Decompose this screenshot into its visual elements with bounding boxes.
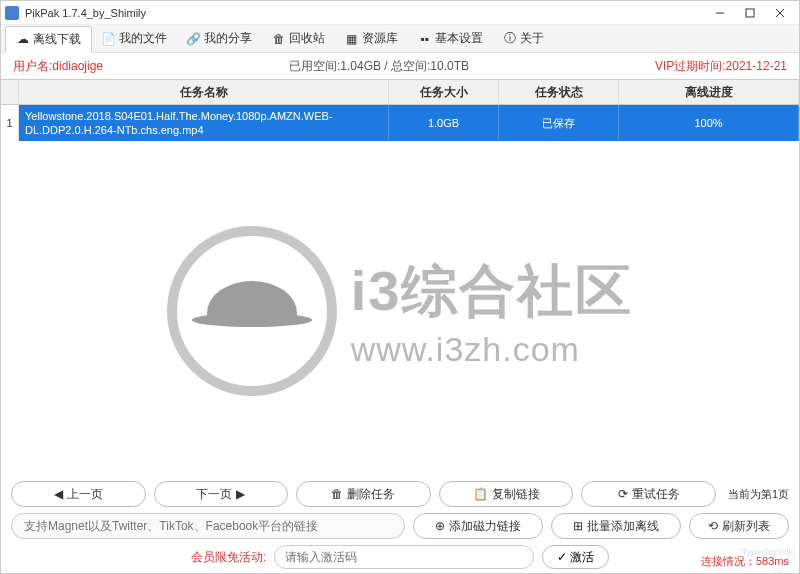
share-icon: 🔗 <box>187 32 200 45</box>
btn-label: 激活 <box>570 549 594 566</box>
titlebar: PikPak 1.7.4_by_Shimily <box>1 1 799 25</box>
delete-task-button[interactable]: 🗑 删除任务 <box>296 481 431 507</box>
info-icon: ⓘ <box>503 32 516 45</box>
watermark: i3综合社区 www.i3zh.com <box>167 226 634 396</box>
file-icon: 📄 <box>102 32 115 45</box>
row-task-name: Yellowstone.2018.S04E01.Half.The.Money.1… <box>19 105 389 141</box>
vip-expiry-label: VIP过期时间:2021-12-21 <box>655 58 787 75</box>
hat-icon <box>207 281 297 321</box>
col-task-size: 任务大小 <box>389 80 499 104</box>
table-header: 任务名称 任务大小 任务状态 离线进度 <box>1 79 799 105</box>
row-task-size: 1.0GB <box>389 105 499 141</box>
content-area: i3综合社区 www.i3zh.com <box>1 141 799 481</box>
activate-label: 会员限免活动: <box>191 549 266 566</box>
add-magnet-button[interactable]: ⊕ 添加磁力链接 <box>413 513 543 539</box>
row-task-status: 已保存 <box>499 105 619 141</box>
svg-rect-1 <box>746 9 754 17</box>
btn-label: 刷新列表 <box>722 518 770 535</box>
arrow-right-icon: ▶ <box>236 487 245 501</box>
activation-code-input[interactable] <box>274 545 534 569</box>
retry-task-button[interactable]: ⟳ 重试任务 <box>581 481 716 507</box>
row-progress: 100% <box>619 105 799 141</box>
tab-label: 资源库 <box>362 30 398 47</box>
tab-label: 离线下载 <box>33 31 81 48</box>
tab-label: 关于 <box>520 30 544 47</box>
watermark-logo <box>167 226 337 396</box>
library-icon: ▦ <box>345 32 358 45</box>
tab-label: 回收站 <box>289 30 325 47</box>
table-row[interactable]: 1 Yellowstone.2018.S04E01.Half.The.Money… <box>1 105 799 141</box>
toolbar-tabs: ☁ 离线下载 📄 我的文件 🔗 我的分享 🗑 回收站 ▦ 资源库 ▪▪ 基本设置… <box>1 25 799 53</box>
btn-label: 添加磁力链接 <box>449 518 521 535</box>
prev-page-button[interactable]: ◀ 上一页 <box>11 481 146 507</box>
activate-button[interactable]: ✓ 激活 <box>542 545 609 569</box>
btn-label: 删除任务 <box>347 486 395 503</box>
close-button[interactable] <box>765 2 795 24</box>
col-index <box>1 80 19 104</box>
btn-label: 下一页 <box>196 486 232 503</box>
tab-label: 我的分享 <box>204 30 252 47</box>
col-offline-progress: 离线进度 <box>619 80 799 104</box>
minimize-button[interactable] <box>705 2 735 24</box>
window-title: PikPak 1.7.4_by_Shimily <box>25 7 705 19</box>
tab-recycle-bin[interactable]: 🗑 回收站 <box>262 26 335 51</box>
trash-icon: 🗑 <box>331 487 343 501</box>
btn-label: 上一页 <box>67 486 103 503</box>
col-task-name: 任务名称 <box>19 80 389 104</box>
link-input-row: ⊕ 添加磁力链接 ⊞ 批量添加离线 ⟲ 刷新列表 <box>11 513 789 539</box>
watermark-url: www.i3zh.com <box>351 330 634 369</box>
tab-about[interactable]: ⓘ 关于 <box>493 26 554 51</box>
next-page-button[interactable]: 下一页 ▶ <box>154 481 289 507</box>
refresh-icon: ⟲ <box>708 519 718 533</box>
tab-label: 基本设置 <box>435 30 483 47</box>
refresh-list-button[interactable]: ⟲ 刷新列表 <box>689 513 789 539</box>
copy-link-button[interactable]: 📋 复制链接 <box>439 481 574 507</box>
footer-watermark: Typecho.Wiki <box>741 547 795 557</box>
row-index: 1 <box>1 105 19 141</box>
btn-label: 复制链接 <box>492 486 540 503</box>
nav-button-row: ◀ 上一页 下一页 ▶ 🗑 删除任务 📋 复制链接 ⟳ 重试任务 当前为第1页 <box>11 481 789 507</box>
tab-offline-download[interactable]: ☁ 离线下载 <box>5 26 92 53</box>
watermark-title: i3综合社区 <box>351 254 634 330</box>
col-task-status: 任务状态 <box>499 80 619 104</box>
batch-icon: ⊞ <box>573 519 583 533</box>
page-info: 当前为第1页 <box>724 487 789 502</box>
window-controls <box>705 2 795 24</box>
maximize-button[interactable] <box>735 2 765 24</box>
tab-settings[interactable]: ▪▪ 基本设置 <box>408 26 493 51</box>
activate-row: 会员限免活动: ✓ 激活 <box>11 545 789 569</box>
space-label: 已用空间:1.04GB / 总空间:10.0TB <box>289 58 469 75</box>
check-icon: ✓ <box>557 550 567 564</box>
watermark-text: i3综合社区 www.i3zh.com <box>351 254 634 369</box>
bottom-panel: ◀ 上一页 下一页 ▶ 🗑 删除任务 📋 复制链接 ⟳ 重试任务 当前为第1页 … <box>1 475 799 573</box>
settings-icon: ▪▪ <box>418 32 431 45</box>
btn-label: 批量添加离线 <box>587 518 659 535</box>
tab-label: 我的文件 <box>119 30 167 47</box>
batch-add-button[interactable]: ⊞ 批量添加离线 <box>551 513 681 539</box>
trash-icon: 🗑 <box>272 32 285 45</box>
btn-label: 重试任务 <box>632 486 680 503</box>
tab-resource-library[interactable]: ▦ 资源库 <box>335 26 408 51</box>
plus-icon: ⊕ <box>435 519 445 533</box>
user-label: 用户名:didiaojige <box>13 58 103 75</box>
copy-icon: 📋 <box>473 487 488 501</box>
info-bar: 用户名:didiaojige 已用空间:1.04GB / 总空间:10.0TB … <box>1 53 799 79</box>
arrow-left-icon: ◀ <box>54 487 63 501</box>
retry-icon: ⟳ <box>618 487 628 501</box>
link-input[interactable] <box>11 513 405 539</box>
tab-my-shares[interactable]: 🔗 我的分享 <box>177 26 262 51</box>
tab-my-files[interactable]: 📄 我的文件 <box>92 26 177 51</box>
app-icon <box>5 6 19 20</box>
cloud-download-icon: ☁ <box>16 33 29 46</box>
